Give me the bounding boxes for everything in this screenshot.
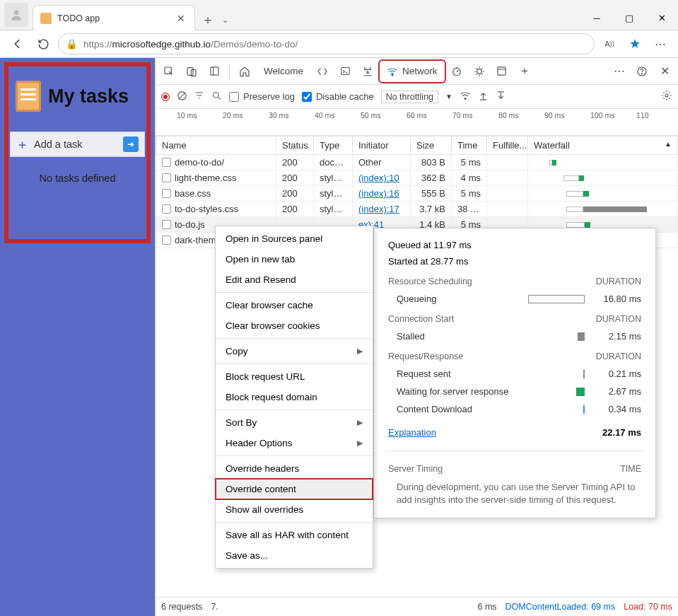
browser-menu-button[interactable]: ⋯ — [650, 33, 671, 54]
network-settings-button[interactable] — [661, 90, 672, 103]
column-header[interactable]: Size — [411, 136, 452, 155]
table-row[interactable]: base.css200styles...(index):16555 B5 ms — [156, 186, 678, 202]
refresh-button[interactable] — [33, 33, 54, 54]
minimize-button[interactable]: ─ — [580, 6, 613, 30]
profile-button[interactable] — [4, 3, 28, 27]
context-menu-item[interactable]: Clear browser cache — [216, 295, 373, 315]
application-icon[interactable] — [491, 61, 513, 82]
initiator-link[interactable]: (index):10 — [358, 173, 399, 183]
timing-tooltip: Queued at 11.97 ms Started at 28.77 ms R… — [373, 228, 656, 518]
column-header[interactable]: Time — [452, 136, 487, 155]
maximize-button[interactable]: ▢ — [613, 6, 645, 30]
context-menu-item[interactable]: Copy▶ — [216, 341, 373, 361]
throttling-select[interactable]: No throttling — [381, 91, 438, 103]
footer-load: Load: 70 ms — [624, 602, 672, 612]
export-har-button[interactable] — [478, 91, 489, 103]
svg-rect-4 — [210, 67, 218, 75]
svg-rect-2 — [187, 67, 193, 75]
activity-bar-button[interactable] — [204, 61, 225, 82]
filter-button[interactable] — [194, 91, 204, 103]
table-row[interactable]: to-do-styles.css200styles...(index):173.… — [156, 202, 678, 217]
context-menu-item[interactable]: Save all as HAR with content — [216, 525, 373, 545]
context-menu: Open in Sources panelOpen in new tabEdit… — [215, 226, 373, 569]
disable-cache-checkbox[interactable]: Disable cache — [302, 91, 374, 102]
memory-icon[interactable] — [469, 61, 490, 82]
context-menu-item[interactable]: Save as... — [216, 545, 373, 566]
table-row[interactable]: demo-to-do/200docu...Other803 B5 ms — [156, 155, 678, 170]
timing-total: 22.17 ms — [602, 427, 641, 438]
empty-tasks-label: No tasks defined — [10, 173, 145, 184]
import-har-button[interactable] — [496, 91, 506, 103]
page-header: My tasks — [10, 68, 145, 126]
lock-icon: 🔒 — [66, 38, 78, 50]
svg-point-17 — [214, 92, 219, 98]
tab-favicon-icon — [40, 13, 52, 24]
tab-menu-chevron-icon[interactable]: ⌄ — [218, 10, 232, 30]
column-header[interactable]: Fulfille... — [487, 136, 528, 155]
read-aloud-button[interactable]: A)) — [599, 33, 620, 54]
footer-finish: 6 ms — [477, 602, 496, 612]
context-menu-item[interactable]: Open in Sources panel — [216, 228, 373, 249]
throttling-chevron-icon[interactable]: ▼ — [445, 93, 452, 100]
preserve-log-checkbox[interactable]: Preserve log — [229, 91, 295, 102]
context-menu-item[interactable]: Sort By▶ — [216, 412, 373, 433]
console-icon[interactable] — [334, 61, 356, 82]
elements-icon[interactable] — [312, 61, 333, 82]
inspect-button[interactable] — [158, 61, 180, 82]
home-icon[interactable] — [234, 61, 255, 82]
sources-icon[interactable] — [357, 61, 378, 82]
record-button[interactable] — [161, 93, 170, 101]
performance-icon[interactable] — [446, 61, 467, 82]
clear-button[interactable] — [177, 91, 187, 103]
file-icon — [162, 158, 171, 167]
context-menu-item[interactable]: Show all overrides — [216, 499, 373, 520]
timing-explanation-link[interactable]: Explanation — [388, 427, 436, 438]
context-menu-item[interactable]: Edit and Resend — [216, 269, 373, 290]
column-header[interactable]: Name — [156, 136, 276, 155]
context-menu-item[interactable]: Block request URL — [216, 366, 373, 387]
back-button[interactable] — [7, 33, 28, 54]
close-window-button[interactable]: ✕ — [645, 6, 678, 30]
tab-title: TODO app — [57, 13, 169, 23]
timeline-tick: 40 ms — [315, 111, 335, 120]
search-button[interactable] — [211, 91, 222, 103]
footer-requests: 6 requests — [161, 602, 202, 612]
file-icon — [162, 220, 171, 229]
favorite-button[interactable]: ★ — [624, 33, 645, 54]
new-tab-button[interactable]: ＋ — [198, 10, 218, 30]
context-menu-item[interactable]: Override content — [216, 479, 373, 499]
column-header[interactable]: Type — [314, 136, 353, 155]
tab-network[interactable]: Network — [380, 61, 445, 82]
initiator-link[interactable]: (index):16 — [358, 188, 399, 199]
table-header-row[interactable]: NameStatusTypeInitiatorSizeTimeFulfille.… — [156, 136, 678, 155]
context-menu-item[interactable]: Clear browser cookies — [216, 315, 373, 336]
context-menu-item[interactable]: Block request domain — [216, 387, 373, 407]
page-title: My tasks — [48, 86, 129, 107]
table-row[interactable]: light-theme.css200styles...(index):10362… — [156, 170, 678, 186]
column-header[interactable]: Status — [276, 136, 314, 155]
context-menu-item[interactable]: Open in new tab — [216, 249, 373, 269]
help-button[interactable] — [631, 61, 653, 82]
initiator-link[interactable]: (index):17 — [358, 204, 399, 214]
submit-task-button[interactable]: ➜ — [123, 136, 139, 152]
network-conditions-button[interactable] — [460, 90, 471, 103]
add-task-input[interactable]: Add a task — [34, 139, 117, 150]
tab-welcome[interactable]: Welcome — [257, 61, 310, 82]
network-timeline[interactable]: 10 ms20 ms30 ms40 ms50 ms60 ms70 ms80 ms… — [156, 109, 678, 136]
server-timing-head: Server Timing — [388, 464, 443, 474]
devtools-close-button[interactable]: ✕ — [654, 61, 675, 82]
context-menu-item[interactable]: Header Options▶ — [216, 433, 373, 453]
device-toggle-button[interactable] — [181, 61, 202, 82]
browser-tab[interactable]: TODO app ✕ — [33, 5, 195, 30]
devtools-panel: Welcome Network ＋ ⋯ ✕ Preserve log Disab… — [155, 58, 678, 616]
address-bar[interactable]: 🔒 https://microsoftedge.github.io/Demos/… — [58, 33, 595, 54]
column-header[interactable]: Initiator — [353, 136, 411, 155]
context-menu-item[interactable]: Override headers — [216, 458, 373, 479]
tab-close-button[interactable]: ✕ — [175, 12, 187, 25]
more-tabs-button[interactable]: ＋ — [514, 61, 535, 82]
url-host: microsoftedge.github.io — [112, 39, 211, 50]
devtools-more-button[interactable]: ⋯ — [609, 61, 630, 82]
file-icon — [162, 204, 171, 214]
column-header[interactable]: Waterfall ▲ — [528, 136, 678, 155]
network-table-container: NameStatusTypeInitiatorSizeTimeFulfille.… — [156, 136, 678, 597]
